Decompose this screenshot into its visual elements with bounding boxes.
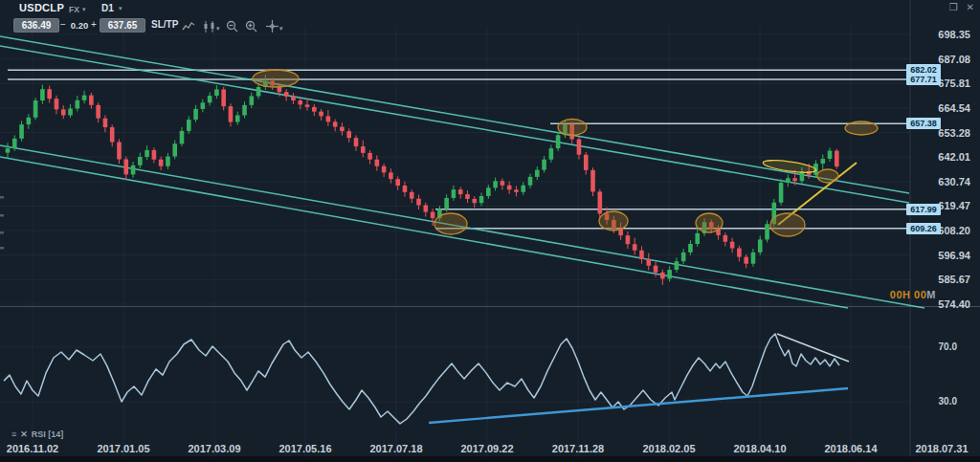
candle-body bbox=[765, 224, 769, 239]
price-tick-label: 664.54 bbox=[915, 102, 970, 114]
candlestick-style-icon[interactable] bbox=[203, 19, 216, 36]
price-tick-label: 642.01 bbox=[915, 151, 970, 163]
candle-body bbox=[250, 96, 255, 104]
sell-button[interactable]: 636.49 bbox=[13, 18, 59, 33]
crosshair-caret-icon[interactable]: ▾ bbox=[279, 25, 283, 33]
symbol-label[interactable]: USDCLP bbox=[19, 2, 64, 13]
date-tick-label: 2018.06.14 bbox=[808, 443, 894, 454]
window-bottom-edge bbox=[0, 456, 980, 462]
candle-body bbox=[626, 235, 631, 244]
candle-body bbox=[340, 127, 345, 132]
candle-body bbox=[556, 135, 561, 148]
candle-body bbox=[346, 131, 351, 138]
candle-body bbox=[242, 105, 247, 116]
candle-body bbox=[61, 109, 66, 115]
market-caret-icon[interactable]: ▾ bbox=[82, 6, 86, 13]
candle-body bbox=[584, 155, 589, 170]
ellipse-annotation[interactable] bbox=[845, 121, 878, 135]
candle-body bbox=[458, 189, 463, 194]
candle-body bbox=[549, 148, 554, 160]
candle-body bbox=[375, 160, 380, 166]
ellipse-annotation[interactable] bbox=[696, 213, 723, 232]
candle-body bbox=[828, 151, 833, 159]
candle-body bbox=[138, 157, 143, 165]
volume-minus-button[interactable]: − bbox=[60, 19, 66, 30]
candle-body bbox=[751, 253, 756, 264]
date-tick-label: 2018.07.31 bbox=[899, 443, 980, 454]
candle-body bbox=[820, 159, 825, 164]
volume-value[interactable]: 0.20 bbox=[69, 20, 90, 31]
timeframe-label[interactable]: D1 bbox=[101, 3, 114, 13]
window-controls: ❐ ✕ bbox=[944, 2, 974, 12]
candle-body bbox=[507, 186, 512, 190]
rsi-menu-icon[interactable]: ≡ bbox=[11, 429, 16, 439]
volume-plus-button[interactable]: + bbox=[91, 19, 97, 30]
candle-body bbox=[786, 178, 791, 183]
candle-body bbox=[284, 92, 289, 97]
candle-body bbox=[201, 102, 206, 109]
chart-canvas[interactable] bbox=[0, 0, 980, 462]
date-tick-label: 2017.03.09 bbox=[171, 443, 257, 454]
ellipse-annotation[interactable] bbox=[558, 120, 587, 136]
timeframe-caret-icon[interactable]: ▾ bbox=[119, 5, 122, 12]
candle-body bbox=[389, 172, 393, 179]
price-tick-label: 687.08 bbox=[915, 54, 970, 65]
candle-body bbox=[361, 146, 366, 153]
candle-body bbox=[695, 233, 700, 244]
ellipse-annotation[interactable] bbox=[434, 213, 467, 234]
ellipse-annotation[interactable] bbox=[817, 169, 838, 183]
ellipse-annotation[interactable] bbox=[253, 70, 299, 87]
candle-body bbox=[193, 109, 198, 120]
candle-body bbox=[103, 119, 108, 127]
date-tick-label: 2017.01.05 bbox=[80, 443, 167, 454]
candle-body bbox=[452, 189, 457, 198]
candle-body bbox=[214, 89, 219, 96]
rsi-close-icon[interactable]: ✕ bbox=[20, 429, 28, 439]
candle-body bbox=[486, 187, 491, 196]
object-anchor-marker bbox=[0, 231, 4, 234]
candle-body bbox=[382, 166, 387, 173]
rsi-support-line[interactable] bbox=[429, 388, 848, 423]
buy-button[interactable]: 637.65 bbox=[100, 18, 145, 33]
candle-body bbox=[68, 108, 73, 115]
candle-body bbox=[744, 257, 748, 264]
close-window-icon[interactable]: ✕ bbox=[967, 2, 974, 12]
candle-body bbox=[27, 118, 32, 124]
line-chart-icon[interactable] bbox=[182, 19, 195, 36]
rsi-indicator-label: RSI [14] bbox=[32, 429, 64, 439]
candlestick-style-caret-icon[interactable]: ▾ bbox=[216, 25, 220, 33]
sltp-button[interactable]: SL/TP bbox=[151, 19, 178, 30]
candle-body bbox=[354, 138, 359, 146]
candle-body bbox=[688, 244, 693, 253]
candle-body bbox=[229, 106, 234, 121]
candle-body bbox=[145, 150, 149, 157]
rsi-tick-label: 70.0 bbox=[915, 341, 957, 352]
candle-body bbox=[758, 239, 763, 252]
candle-body bbox=[633, 244, 637, 251]
candle-body bbox=[82, 96, 87, 100]
candle-body bbox=[117, 143, 122, 160]
zoom-in-icon[interactable] bbox=[245, 19, 257, 36]
candle-body bbox=[333, 121, 338, 126]
zoom-out-icon[interactable] bbox=[226, 19, 238, 36]
object-anchor-marker bbox=[0, 247, 4, 250]
candle-body bbox=[256, 87, 261, 97]
candle-body bbox=[675, 261, 679, 270]
restore-window-icon[interactable]: ❐ bbox=[949, 2, 958, 12]
candle-body bbox=[521, 186, 525, 192]
candle-body bbox=[730, 242, 735, 249]
crosshair-icon[interactable] bbox=[266, 19, 278, 36]
ellipse-annotation[interactable] bbox=[770, 213, 805, 236]
candle-body bbox=[737, 249, 742, 257]
channel-lower-2-trendline[interactable] bbox=[0, 157, 848, 308]
candle-body bbox=[298, 100, 302, 104]
candle-body bbox=[312, 107, 317, 112]
candle-body bbox=[123, 159, 128, 174]
price-level-tag: 617.99 bbox=[906, 204, 941, 215]
ellipse-annotation[interactable] bbox=[599, 211, 628, 231]
candle-body bbox=[291, 97, 296, 100]
date-tick-label: 2016.11.02 bbox=[0, 443, 76, 454]
date-tick-label: 2017.05.16 bbox=[262, 443, 348, 454]
date-tick-label: 2017.11.28 bbox=[535, 443, 621, 454]
market-label[interactable]: FX bbox=[69, 5, 79, 14]
